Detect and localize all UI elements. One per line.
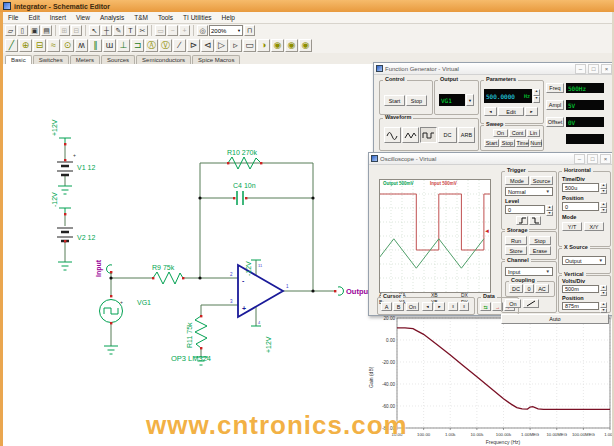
menu-analysis[interactable]: Analysis bbox=[95, 14, 129, 21]
meter2-button[interactable]: ◑ bbox=[257, 39, 270, 52]
edit-button[interactable]: Edit bbox=[498, 107, 524, 116]
offset-button[interactable]: Offset bbox=[546, 117, 564, 127]
tab-meters[interactable]: Meters bbox=[70, 55, 100, 64]
tab-switches[interactable]: Switches bbox=[33, 55, 69, 64]
new-button[interactable]: ▯ bbox=[17, 25, 28, 36]
tab-spice-macros[interactable]: Spice Macros bbox=[192, 55, 240, 64]
trigger-level-input[interactable]: 0 bbox=[505, 205, 545, 214]
slope-button[interactable] bbox=[523, 299, 539, 308]
trigger-mode-button[interactable]: Mode bbox=[505, 176, 529, 185]
close-button[interactable]: × bbox=[600, 154, 611, 164]
coupling-gnd-button[interactable]: 0 bbox=[524, 284, 534, 293]
gates-button[interactable]: ⊓ bbox=[244, 25, 255, 36]
maximize-button[interactable]: □ bbox=[587, 154, 598, 164]
meter3-button[interactable]: ◉ bbox=[271, 39, 284, 52]
open-button[interactable]: ▱ bbox=[5, 25, 16, 36]
pointer-button[interactable]: ↖ bbox=[89, 25, 100, 36]
save-button[interactable]: ▣ bbox=[29, 25, 40, 36]
store-button[interactable]: Store bbox=[505, 246, 527, 255]
coupling-ac-button[interactable]: AC bbox=[535, 284, 549, 293]
opamp-button[interactable]: ▹ bbox=[229, 39, 242, 52]
tab-basic[interactable]: Basic bbox=[5, 55, 32, 64]
frequency-spinner[interactable]: ▲▼ bbox=[533, 89, 540, 103]
capacitor-button[interactable]: ∥ bbox=[89, 39, 102, 52]
yt-mode-button[interactable]: Y/T bbox=[562, 222, 582, 231]
inductor-button[interactable]: ɯ bbox=[103, 39, 116, 52]
coupling-dc-button[interactable]: DC bbox=[509, 284, 523, 293]
cursor-bar2-button[interactable]: ‖ bbox=[459, 302, 469, 311]
rising-edge-button[interactable] bbox=[516, 216, 528, 225]
sweep-cont-button[interactable]: Cont bbox=[509, 129, 526, 137]
channel-on-button[interactable]: On bbox=[505, 299, 521, 308]
channel-select[interactable]: Input▼ bbox=[505, 267, 553, 276]
wire-mode-button[interactable]: ┼ bbox=[101, 25, 112, 36]
v-position-input[interactable]: 875m bbox=[562, 302, 599, 310]
minimize-button[interactable]: – bbox=[574, 154, 585, 164]
pnp-button[interactable]: ⊲ bbox=[201, 39, 214, 52]
voltsdiv-spinner[interactable]: ▲▼ bbox=[600, 285, 607, 293]
current-source-button[interactable]: ⊙ bbox=[61, 39, 74, 52]
sweep-lin-button[interactable]: Lin bbox=[527, 129, 540, 137]
erase-button[interactable]: Erase bbox=[529, 246, 551, 255]
fg-stop-button[interactable]: Stop bbox=[406, 95, 427, 106]
menu-file[interactable]: File bbox=[3, 14, 23, 21]
sweep-stop-button[interactable]: Stop bbox=[500, 139, 515, 147]
sweep-time-button[interactable]: Time bbox=[516, 139, 529, 147]
generator-button[interactable]: ≈ bbox=[47, 39, 60, 52]
xsource-select[interactable]: Output▼ bbox=[562, 256, 606, 265]
magnifier-button[interactable]: ◎ bbox=[197, 25, 208, 36]
digit-left-button[interactable]: ◄ bbox=[484, 107, 497, 116]
ground-button[interactable]: ⊥ bbox=[117, 39, 130, 52]
meter5-button[interactable]: ◉ bbox=[299, 39, 312, 52]
freq-button[interactable]: Freq bbox=[546, 83, 564, 93]
voltmeter-button[interactable]: Ⓥ bbox=[159, 39, 172, 52]
menu-view[interactable]: View bbox=[71, 14, 95, 21]
meter4-button[interactable]: ◉ bbox=[285, 39, 298, 52]
level-spinner[interactable]: ▲▼ bbox=[546, 205, 553, 214]
sweep-start-button[interactable]: Start bbox=[484, 139, 499, 147]
diode-button[interactable]: ▷ bbox=[215, 39, 228, 52]
resistor-r10[interactable]: R10 270k bbox=[227, 149, 261, 169]
capacitor-c4[interactable]: C4 10n bbox=[233, 182, 256, 205]
resistor-button[interactable]: ʍ bbox=[75, 39, 88, 52]
text-button[interactable]: T bbox=[125, 25, 136, 36]
timediv-spinner[interactable]: ▲▼ bbox=[600, 183, 607, 192]
arb-wave-button[interactable]: ARB bbox=[458, 127, 475, 143]
ammeter-button[interactable]: Ⓐ bbox=[145, 39, 158, 52]
h-position-spinner[interactable]: ▲▼ bbox=[600, 202, 607, 211]
falling-edge-button[interactable] bbox=[529, 216, 541, 225]
output-dropdown-button[interactable]: ▼ bbox=[466, 94, 474, 106]
wire-tool-button[interactable]: ╱ bbox=[5, 39, 18, 52]
v-position-spinner[interactable]: ▲▼ bbox=[600, 302, 607, 310]
input-terminal[interactable]: Input bbox=[95, 259, 112, 277]
zoom-select[interactable]: 200%▼ bbox=[209, 25, 243, 36]
pen-button[interactable]: ✎ bbox=[113, 25, 124, 36]
wires[interactable] bbox=[65, 144, 335, 357]
jumper-button[interactable]: ⊐ bbox=[131, 39, 144, 52]
voltage-source-button[interactable]: ⊕ bbox=[19, 39, 32, 52]
generator-vg1[interactable]: + VG1 bbox=[100, 299, 152, 354]
cursor-on-button[interactable]: On bbox=[406, 302, 419, 311]
tab-sources[interactable]: Sources bbox=[101, 55, 135, 64]
sweep-num-button[interactable]: Num bbox=[530, 139, 542, 147]
menu-tools[interactable]: Tools bbox=[153, 14, 178, 21]
cursor-bar1-button[interactable]: ‖ bbox=[448, 302, 458, 311]
digit-right-button[interactable]: ► bbox=[525, 107, 538, 116]
data-import-icon[interactable]: ⇆ bbox=[480, 302, 491, 311]
sweep-on-button[interactable]: On bbox=[493, 129, 508, 137]
maximize-button[interactable]: □ bbox=[588, 64, 599, 74]
sine-wave-button[interactable] bbox=[384, 127, 401, 143]
menu-ti-utilities[interactable]: TI Utilities bbox=[178, 14, 217, 21]
cursor-b-button[interactable]: B bbox=[393, 302, 404, 311]
npn-button[interactable]: ⊳ bbox=[187, 39, 200, 52]
dc-wave-button[interactable]: DC bbox=[438, 127, 457, 143]
schematic-drawing[interactable]: + +12V V1 12 -12V V2 12 Input + VG1 R9 7… bbox=[3, 64, 383, 446]
auto-button[interactable]: Auto bbox=[501, 314, 609, 324]
close-button[interactable]: × bbox=[601, 64, 612, 74]
cursor-a-button[interactable]: A bbox=[381, 302, 392, 311]
stop-button[interactable]: Stop bbox=[529, 236, 551, 245]
voltsdiv-input[interactable]: 500m bbox=[562, 285, 599, 293]
fg-start-button[interactable]: Start bbox=[384, 95, 405, 106]
trigger-source-button[interactable]: Source bbox=[530, 176, 553, 185]
switch-button[interactable]: ∕ bbox=[173, 39, 186, 52]
